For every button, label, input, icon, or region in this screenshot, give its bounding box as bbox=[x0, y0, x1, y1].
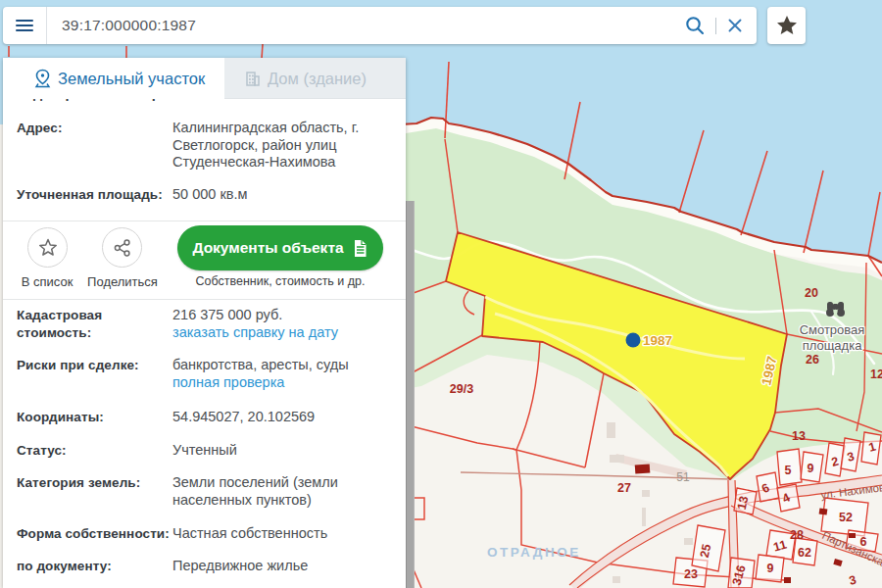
district-label: ОТРАДНОЕ bbox=[487, 545, 581, 560]
status-value: Учтенный bbox=[172, 442, 400, 460]
parcel-number: 9 bbox=[767, 562, 774, 575]
parcel-number: 26 bbox=[806, 353, 819, 367]
parcel-number: 27 bbox=[617, 481, 631, 495]
coords-value: 54.945027, 20.102569 bbox=[172, 409, 400, 426]
parcel-number: 5 bbox=[785, 464, 792, 477]
cad-value-label: Кадастровая стоимость: bbox=[17, 307, 172, 341]
search-actions bbox=[683, 14, 757, 37]
tab-land-parcel-label: Земельный участок bbox=[58, 70, 205, 88]
category-label: Категория земель: bbox=[17, 474, 172, 492]
search-input[interactable]: 39:17:000000:1987 bbox=[47, 17, 683, 34]
parcel-number: 20 bbox=[805, 286, 818, 300]
address-value: Калининградская область, г. Светлогорск,… bbox=[172, 120, 400, 172]
tab-building-label: Дом (здание) bbox=[268, 70, 367, 88]
by-document-label: по документу: bbox=[17, 558, 172, 575]
address-label: Адрес: bbox=[17, 120, 172, 137]
parcel-number: 28 bbox=[790, 528, 804, 542]
road-number: 51 bbox=[676, 470, 690, 484]
tab-building[interactable]: Дом (здание) bbox=[224, 58, 406, 99]
info-panel: Земельный участок Дом (здание) Кадастров… bbox=[3, 58, 406, 588]
parcel-number: 23 bbox=[684, 567, 698, 581]
parcel-marker[interactable]: 1987 bbox=[626, 333, 673, 349]
by-document-value: Передвижное жилье bbox=[172, 558, 400, 575]
parcel-number: 29/3 bbox=[450, 382, 473, 396]
document-icon bbox=[352, 239, 368, 258]
separator bbox=[3, 220, 406, 221]
area-value: 50 000 кв.м bbox=[172, 186, 400, 204]
search-icon[interactable] bbox=[683, 14, 707, 37]
marker-dot bbox=[626, 333, 641, 348]
parcel-number: 12 bbox=[870, 368, 882, 381]
parcel-number: 62 bbox=[798, 546, 811, 560]
category-value: Земли поселений (земли населенных пункто… bbox=[172, 474, 400, 509]
parcel-number: 25 bbox=[698, 543, 714, 560]
status-label: Статус: bbox=[17, 442, 172, 460]
coords-label: Координаты: bbox=[17, 409, 172, 426]
add-to-list-button[interactable] bbox=[27, 227, 68, 268]
add-to-list-label: В список bbox=[6, 274, 88, 289]
clipped-row: Кадастровый номер: bbox=[17, 99, 389, 103]
object-documents-button[interactable]: Документы объекта bbox=[177, 225, 383, 270]
ownership-value: Частная собственность bbox=[172, 525, 400, 543]
star-icon bbox=[774, 13, 800, 38]
panel-scrollbar[interactable] bbox=[406, 201, 415, 588]
svg-text:площадка: площадка bbox=[803, 338, 862, 353]
marker-label: 1987 bbox=[643, 333, 672, 348]
docs-sub-label: Собственник, стоимость и др. bbox=[175, 274, 385, 288]
favorites-button[interactable] bbox=[767, 7, 806, 44]
svg-text:Смотровая: Смотровая bbox=[800, 322, 865, 337]
share-button[interactable] bbox=[102, 227, 142, 268]
order-certificate-link[interactable]: заказать справку на дату bbox=[172, 324, 338, 340]
separator bbox=[3, 299, 406, 300]
hamburger-icon bbox=[16, 17, 33, 34]
panel-content: Кадастровый номер: Адрес: Калининградска… bbox=[3, 99, 406, 588]
risks-label: Риски при сделке: bbox=[17, 357, 172, 374]
parcel-number: 13 bbox=[735, 495, 752, 512]
risks-value: банкротства, аресты, суды полная проверк… bbox=[172, 357, 400, 391]
share-label: Поделиться bbox=[77, 274, 168, 289]
share-icon bbox=[113, 238, 132, 258]
parcel-number: 13 bbox=[792, 429, 806, 443]
close-icon[interactable] bbox=[725, 16, 745, 35]
tab-land-parcel[interactable]: Земельный участок bbox=[3, 58, 224, 99]
divider bbox=[715, 18, 716, 34]
cad-value: 216 375 000 руб. заказать справку на дат… bbox=[172, 307, 400, 341]
tab-bar: Земельный участок Дом (здание) bbox=[3, 58, 406, 99]
parcel-number: 52 bbox=[839, 511, 853, 524]
area-label: Уточненная площадь: bbox=[17, 186, 183, 204]
building-icon bbox=[245, 71, 261, 87]
object-documents-label: Документы объекта bbox=[192, 239, 343, 257]
ownership-label: Форма собственности: bbox=[17, 525, 183, 543]
full-check-link[interactable]: полная проверка bbox=[172, 374, 284, 390]
map-pin-icon bbox=[34, 69, 51, 88]
menu-button[interactable] bbox=[3, 7, 47, 44]
parcel-number: 9 bbox=[808, 462, 814, 475]
search-bar: 39:17:000000:1987 bbox=[3, 7, 757, 44]
star-outline-icon bbox=[37, 237, 59, 259]
screen: 20 26 12 29/3 27 13 5 9 2 3 1 6 4 52 6 1… bbox=[0, 0, 882, 588]
